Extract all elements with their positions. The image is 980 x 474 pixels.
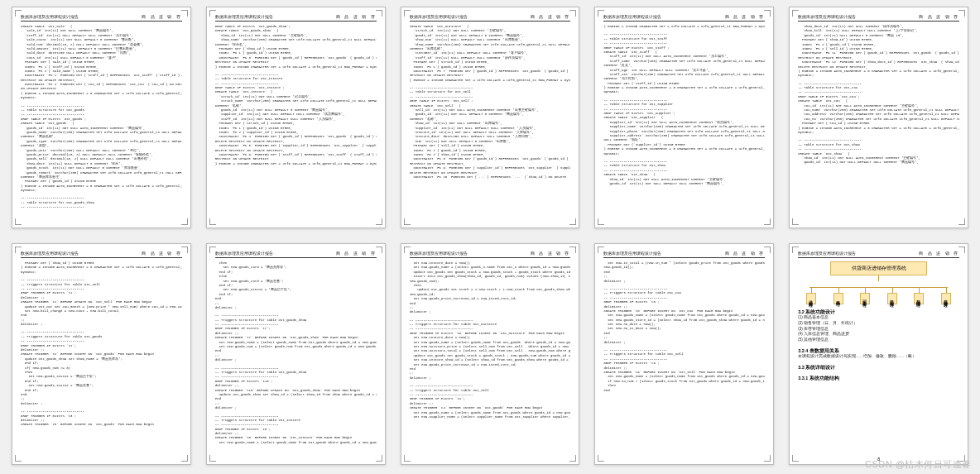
- page-8: 数据库原理及应用课程设计报告商 品 进 销 存 set now.instore_…: [401, 243, 580, 465]
- page-7: 数据库原理及应用课程设计报告商 品 进 销 存 then set new.goo…: [206, 243, 386, 465]
- page-5: 数据库原理及应用课程设计报告商 品 进 销 存 `show_date_id` i…: [789, 7, 968, 228]
- page-6: 数据库原理及应用课程设计报告商 品 进 销 存 PRIMARY KEY (`sh…: [12, 243, 191, 465]
- page-9: 数据库原理及应用课程设计报告商 品 进 销 存 set now.in_total…: [594, 243, 774, 465]
- page-10: 数据库原理及应用课程设计报告商 品 进 销 存供货商店进销存管理系统供货商管理商…: [789, 243, 968, 465]
- watermark: CSDN @枯木何日可逢春: [865, 458, 972, 471]
- page-4: 数据库原理及应用课程设计报告商 品 进 销 存) ENGINE = InnoDB…: [594, 7, 774, 228]
- page-1: 数据库原理及应用课程设计报告商 品 进 销 存CREATE TABLE `ost…: [12, 7, 191, 228]
- page-3: 数据库原理及应用课程设计报告商 品 进 销 存CREATE TABLE `ost…: [401, 7, 580, 228]
- page-grid: 数据库原理及应用课程设计报告商 品 进 销 存CREATE TABLE `ost…: [0, 0, 980, 472]
- page-2: 数据库原理及应用课程设计报告商 品 进 销 存DROP TABLE IF EXI…: [206, 7, 386, 228]
